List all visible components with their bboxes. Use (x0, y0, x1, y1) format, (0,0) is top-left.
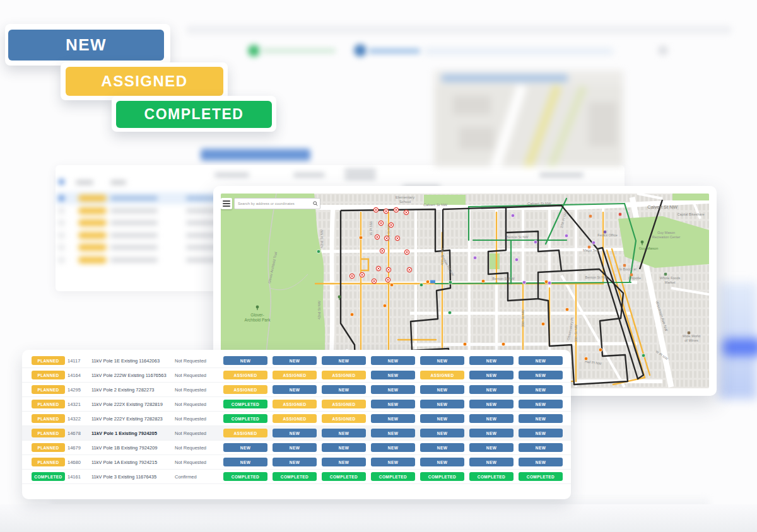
table-row[interactable]: PLANNED1429511kV Pole 2 Existing 7282273… (22, 383, 571, 397)
issue-marker-icon[interactable] (407, 267, 411, 272)
issue-marker-icon[interactable] (389, 223, 393, 227)
workflow-status-badge[interactable]: NEW (371, 400, 415, 408)
workflow-status-badge[interactable]: ASSIGNED (223, 385, 267, 394)
workflow-status-badge[interactable]: COMPLETED (273, 472, 317, 481)
issue-marker-icon[interactable] (395, 236, 399, 240)
workflow-status-badge[interactable]: NEW (322, 385, 366, 394)
pole-marker-orange[interactable] (584, 357, 588, 361)
pole-marker-orange[interactable] (426, 280, 430, 284)
pole-marker-orange[interactable] (481, 279, 485, 283)
workflow-status-badge[interactable]: COMPLETED (371, 472, 415, 481)
issue-marker-icon[interactable] (386, 267, 390, 272)
table-row[interactable]: PLANNED1467811kV Pole 1 Existing 7924205… (22, 426, 571, 441)
workflow-status-badge[interactable]: NEW (322, 356, 366, 365)
issue-marker-icon[interactable] (380, 248, 384, 253)
workflow-status-badge[interactable]: NEW (273, 443, 317, 452)
workflow-status-badge[interactable]: NEW (420, 458, 464, 466)
issue-marker-icon[interactable] (384, 209, 388, 213)
pole-marker-purple[interactable] (534, 240, 537, 244)
pole-marker-green[interactable] (448, 311, 452, 315)
workflow-status-badge[interactable]: NEW (322, 443, 366, 452)
workflow-status-badge[interactable]: NEW (519, 429, 563, 437)
workflow-status-badge[interactable]: NEW (420, 429, 464, 437)
workflow-status-badge[interactable]: COMPLETED (469, 472, 513, 481)
issue-marker-icon[interactable] (404, 250, 409, 254)
workflow-status-badge[interactable]: ASSIGNED (273, 371, 317, 379)
workflow-status-badge[interactable]: NEW (469, 414, 513, 423)
workflow-status-badge[interactable]: COMPLETED (223, 414, 267, 423)
pole-marker-orange[interactable] (541, 322, 545, 326)
workflow-status-badge[interactable]: NEW (371, 371, 415, 379)
workflow-status-badge[interactable]: NEW (273, 458, 317, 466)
workflow-status-badge[interactable]: NEW (273, 429, 317, 437)
workflow-status-badge[interactable]: ASSIGNED (322, 371, 366, 379)
workflow-status-badge[interactable]: NEW (322, 458, 366, 466)
workflow-status-badge[interactable]: NEW (469, 400, 513, 408)
workflow-status-badge[interactable]: NEW (519, 458, 563, 466)
workflow-status-badge[interactable]: NEW (519, 400, 563, 408)
workflow-status-badge[interactable]: NEW (469, 443, 513, 452)
workflow-status-badge[interactable]: NEW (469, 356, 513, 365)
workflow-status-badge[interactable]: ASSIGNED (273, 400, 317, 408)
workflow-status-badge[interactable]: NEW (223, 458, 267, 466)
pole-marker-green[interactable] (449, 280, 452, 284)
workflow-status-badge[interactable]: COMPLETED (420, 472, 464, 481)
table-row[interactable]: PLANNED1468011kV Pole 1A Existing 792421… (22, 455, 571, 470)
pole-marker-purple[interactable] (548, 281, 551, 285)
pole-marker-purple[interactable] (592, 241, 596, 245)
table-row[interactable]: PLANNED1432211kV Pole 222Y Existing 7282… (22, 412, 571, 426)
workflow-status-badge[interactable]: COMPLETED (223, 400, 267, 408)
table-row[interactable]: PLANNED1467911kV Pole 1B Existing 792420… (22, 441, 571, 455)
workflow-status-badge[interactable]: NEW (273, 356, 317, 365)
workflow-status-badge[interactable]: ASSIGNED (420, 371, 464, 379)
workflow-status-badge[interactable]: NEW (519, 443, 563, 452)
workflow-status-badge[interactable]: NEW (273, 385, 317, 394)
pole-marker-orange[interactable] (565, 308, 569, 311)
workflow-status-badge[interactable]: ASSIGNED (322, 400, 366, 408)
pole-marker-purple[interactable] (522, 280, 526, 284)
pole-marker-purple[interactable] (511, 214, 515, 217)
issue-marker-icon[interactable] (372, 279, 376, 283)
workflow-status-badge[interactable]: NEW (371, 429, 415, 437)
pole-marker-orange[interactable] (463, 342, 467, 346)
workflow-status-badge[interactable]: ASSIGNED (273, 414, 317, 423)
issue-marker-icon[interactable] (394, 207, 398, 212)
pole-marker-purple[interactable] (473, 256, 477, 260)
table-row[interactable]: PLANNED1432111kV Pole 222X Existing 7282… (22, 397, 571, 412)
workflow-status-badge[interactable]: NEW (322, 429, 366, 437)
workflow-status-badge[interactable]: NEW (223, 356, 267, 365)
workflow-status-badge[interactable]: COMPLETED (223, 472, 267, 481)
pole-marker-orange[interactable] (350, 313, 354, 316)
workflow-status-badge[interactable]: ASSIGNED (223, 371, 267, 379)
workflow-status-badge[interactable]: NEW (420, 356, 464, 365)
pole-marker-purple[interactable] (515, 258, 519, 262)
workflow-status-badge[interactable]: COMPLETED (519, 472, 563, 481)
table-row[interactable]: PLANNED1416411kV Pole 222W Existing 1167… (22, 368, 571, 383)
pole-marker-orange[interactable] (359, 236, 363, 240)
issue-marker-icon[interactable] (385, 277, 390, 282)
workflow-status-badge[interactable]: NEW (420, 385, 464, 394)
workflow-status-badge[interactable]: NEW (371, 356, 415, 365)
pole-marker-green[interactable] (642, 354, 645, 357)
workflow-status-badge[interactable]: NEW (469, 371, 513, 379)
workflow-status-badge[interactable]: NEW (469, 458, 513, 466)
pole-marker-purple[interactable] (565, 234, 568, 238)
issue-marker-icon[interactable] (373, 207, 378, 212)
issue-marker-icon[interactable] (360, 272, 364, 277)
workflow-status-badge[interactable]: NEW (420, 400, 464, 408)
workflow-status-badge[interactable]: ASSIGNED (322, 414, 366, 423)
workflow-status-badge[interactable]: NEW (519, 356, 563, 365)
menu-icon[interactable] (221, 198, 232, 209)
pole-marker-green[interactable] (317, 250, 320, 253)
pole-marker-orange[interactable] (502, 342, 505, 346)
workflow-status-badge[interactable]: NEW (371, 385, 415, 394)
workflow-status-badge[interactable]: NEW (469, 385, 513, 394)
issue-marker-icon[interactable] (349, 274, 354, 278)
issue-marker-icon[interactable] (378, 221, 383, 225)
search-icon[interactable] (313, 201, 318, 206)
workflow-status-badge[interactable]: NEW (420, 414, 464, 423)
workflow-status-badge[interactable]: ASSIGNED (223, 429, 267, 437)
workflow-status-badge[interactable]: NEW (223, 443, 267, 452)
issue-marker-icon[interactable] (384, 236, 389, 240)
pole-marker-orange[interactable] (599, 348, 602, 352)
